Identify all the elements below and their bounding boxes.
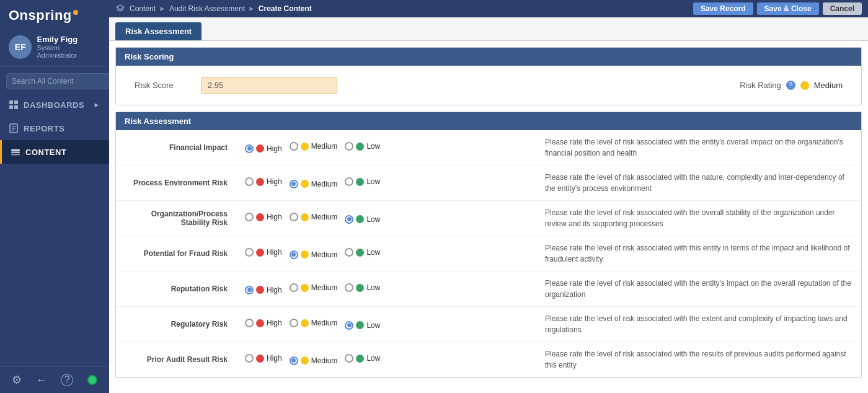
radio-button[interactable]: [345, 177, 353, 186]
radio-option-group: Medium: [290, 283, 338, 292]
radio-option-group: High: [245, 144, 282, 153]
radio-button[interactable]: [290, 356, 298, 365]
tab-risk-assessment[interactable]: Risk Assessment: [115, 22, 202, 40]
search-input[interactable]: [6, 73, 110, 89]
option-label: High: [267, 319, 282, 327]
option-label: Medium: [311, 142, 338, 151]
row-label: Regulatory Risk: [116, 307, 240, 342]
row-options: HighMediumLow: [240, 272, 538, 307]
radio-button[interactable]: [345, 248, 353, 257]
topbar: Content ► Audit Risk Assessment ► Create…: [109, 0, 868, 17]
color-dot: [256, 249, 264, 257]
content-area: Risk Assessment Risk Scoring Risk Score …: [109, 17, 868, 393]
save-record-button[interactable]: Save Record: [693, 2, 753, 15]
option-label: Low: [366, 321, 380, 330]
radio-option-group: High: [245, 177, 282, 186]
risk-scoring-section: Risk Scoring Risk Score 2.95 Risk Rating…: [115, 47, 862, 105]
row-label: Prior Audit Result Risk: [116, 342, 240, 378]
settings-icon[interactable]: ⚙: [12, 373, 22, 387]
risk-rating-value: Medium: [814, 81, 843, 90]
row-description: Please rate the level of risk associated…: [538, 166, 861, 201]
radio-button[interactable]: [290, 250, 298, 259]
risk-scoring-header: Risk Scoring: [116, 48, 861, 66]
back-icon[interactable]: ←: [36, 374, 47, 387]
color-dot: [301, 284, 309, 292]
color-dot: [356, 321, 364, 329]
radio-option-group: Medium: [290, 142, 338, 151]
radio-button[interactable]: [245, 319, 254, 327]
color-dot: [301, 213, 309, 221]
radio-button[interactable]: [245, 177, 254, 186]
option-label: Low: [366, 354, 380, 363]
row-description: Please rate the level of risk associated…: [538, 130, 861, 166]
color-dot: [301, 143, 309, 151]
color-dot: [301, 356, 309, 364]
help-icon[interactable]: ?: [61, 374, 73, 386]
row-options: HighMediumLow: [240, 307, 538, 342]
risk-rating-info-icon[interactable]: ?: [786, 81, 795, 90]
color-dot: [256, 144, 264, 152]
radio-option-group: Low: [345, 248, 380, 257]
svg-rect-10: [11, 149, 20, 151]
radio-button[interactable]: [245, 286, 254, 294]
table-row: Regulatory RiskHighMediumLowPlease rate …: [116, 307, 861, 342]
option-label: High: [267, 213, 282, 221]
radio-button[interactable]: [345, 283, 353, 292]
row-description: Please rate the level of risk associated…: [538, 272, 861, 307]
color-dot: [256, 286, 264, 294]
layers-icon: [115, 4, 125, 14]
sidebar-item-content-label: CONTENT: [25, 148, 66, 157]
radio-button[interactable]: [290, 319, 298, 327]
row-options: HighMediumLow: [240, 166, 538, 201]
row-options: HighMediumLow: [240, 201, 538, 236]
radio-button[interactable]: [290, 213, 298, 221]
risk-assessment-header: Risk Assessment: [116, 112, 861, 130]
color-dot: [256, 178, 264, 186]
radio-button[interactable]: [245, 354, 254, 363]
svg-rect-12: [11, 154, 20, 156]
risk-score-value: 2.95: [201, 77, 337, 94]
radio-option-group: High: [245, 354, 282, 363]
color-dot: [356, 143, 364, 151]
radio-button[interactable]: [345, 215, 353, 224]
radio-button[interactable]: [345, 142, 353, 151]
search-area: [0, 67, 109, 93]
status-indicator: [87, 375, 97, 385]
radio-button[interactable]: [290, 142, 298, 151]
content-icon: [11, 147, 20, 157]
save-close-button[interactable]: Save & Close: [757, 2, 819, 15]
sidebar-bottom: ⚙ ← ?: [0, 366, 109, 393]
cancel-button[interactable]: Cancel: [823, 2, 862, 15]
radio-option-group: Low: [345, 283, 380, 292]
sidebar-item-dashboards[interactable]: DASHBOARDS ►: [0, 93, 109, 117]
svg-rect-2: [9, 100, 13, 104]
sidebar-item-content[interactable]: CONTENT: [0, 140, 109, 164]
radio-option-group: Low: [345, 215, 380, 224]
radio-button[interactable]: [245, 248, 254, 257]
sidebar-item-reports[interactable]: REPORTS: [0, 117, 109, 140]
radio-button[interactable]: [290, 180, 298, 188]
row-description: Please rate the level of risk associated…: [538, 201, 861, 236]
radio-button[interactable]: [245, 144, 254, 153]
breadcrumb-audit: Audit Risk Assessment: [169, 4, 245, 13]
radio-button[interactable]: [345, 354, 353, 363]
logo-area: Onspring: [0, 0, 109, 30]
radio-button[interactable]: [290, 283, 298, 292]
row-description: Please rate the level of risk associated…: [538, 236, 861, 272]
risk-rating-area: Risk Rating ? Medium: [740, 81, 843, 90]
radio-option-group: Medium: [290, 319, 338, 327]
radio-option-group: High: [245, 248, 282, 257]
color-dot: [356, 355, 364, 363]
sidebar-item-dashboards-label: DASHBOARDS: [24, 100, 84, 110]
table-row: Potential for Fraud RiskHighMediumLowPle…: [116, 236, 861, 272]
radio-option-group: Medium: [290, 213, 338, 221]
color-dot: [301, 319, 309, 327]
user-name: Emily Figg: [37, 35, 100, 44]
option-label: High: [267, 248, 282, 257]
radio-button[interactable]: [245, 213, 254, 221]
radio-option-group: Medium: [290, 180, 338, 188]
table-row: Prior Audit Result RiskHighMediumLowPlea…: [116, 342, 861, 378]
option-label: High: [267, 177, 282, 186]
row-label: Potential for Fraud Risk: [116, 236, 240, 272]
radio-button[interactable]: [345, 321, 353, 330]
